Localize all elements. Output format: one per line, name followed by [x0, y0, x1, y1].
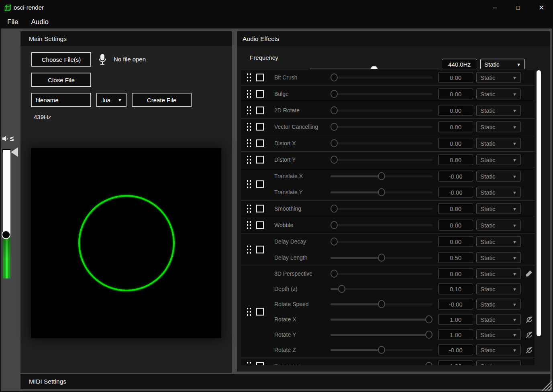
edit-script-pencil-icon[interactable]	[524, 269, 533, 278]
minimize-button[interactable]: –	[483, 0, 506, 15]
effect-slider[interactable]	[331, 123, 433, 131]
effect-mode-dropdown[interactable]: Static▼	[476, 314, 521, 325]
effect-slider[interactable]	[331, 156, 433, 164]
effect-value-box[interactable]: 0.00	[438, 72, 473, 83]
spin-animation-icon[interactable]	[524, 315, 533, 324]
effect-value-box[interactable]: -0.00	[438, 299, 473, 310]
effect-mode-dropdown[interactable]: Static▼	[476, 203, 521, 214]
effect-mode-dropdown[interactable]: Static▼	[476, 236, 521, 247]
effect-value-box[interactable]: 0.00	[438, 220, 473, 231]
effect-slider-thumb[interactable]	[425, 315, 433, 323]
effect-mode-dropdown[interactable]: Static▼	[476, 138, 521, 149]
create-file-button[interactable]: Create File	[132, 93, 192, 107]
extension-dropdown[interactable]: .lua ▼	[96, 93, 127, 107]
filename-input[interactable]: filename	[31, 93, 91, 107]
effect-mode-dropdown[interactable]: Static▼	[476, 220, 521, 231]
menu-file[interactable]: File	[2, 18, 24, 26]
close-file-button[interactable]: Close File	[31, 73, 91, 87]
effect-value-box[interactable]: 1.00	[438, 361, 473, 366]
effect-value-box[interactable]: 0.10	[438, 284, 473, 295]
effect-slider-thumb[interactable]	[425, 331, 433, 339]
effect-slider-thumb[interactable]	[331, 123, 338, 131]
effect-slider[interactable]	[331, 254, 433, 262]
effect-slider[interactable]	[331, 106, 433, 114]
window-resize-grip[interactable]	[540, 379, 552, 391]
effect-slider-thumb[interactable]	[331, 238, 338, 246]
spin-animation-icon[interactable]	[524, 345, 533, 354]
effect-mode-dropdown[interactable]: Static▼	[476, 329, 521, 340]
effect-slider-thumb[interactable]	[331, 90, 338, 98]
effect-slider-thumb[interactable]	[378, 346, 385, 354]
effect-slider-thumb[interactable]	[378, 300, 385, 308]
effect-slider[interactable]	[331, 300, 433, 308]
effect-slider-thumb[interactable]	[338, 285, 345, 293]
effect-slider[interactable]	[331, 139, 433, 147]
effect-slider-thumb[interactable]	[331, 221, 338, 229]
effect-value-box[interactable]: 0.00	[438, 268, 473, 279]
effect-value-box[interactable]: 1.00	[438, 314, 473, 325]
effect-slider-thumb[interactable]	[425, 362, 433, 365]
effect-value-box[interactable]: -0.00	[438, 345, 473, 355]
effect-value-box[interactable]: 0.00	[438, 236, 473, 247]
effect-slider-thumb[interactable]	[378, 172, 385, 180]
effect-mode-dropdown[interactable]: Static▼	[476, 299, 521, 310]
effect-value-box[interactable]: 0.00	[438, 89, 473, 100]
effect-slider[interactable]	[331, 238, 433, 246]
spin-animation-icon[interactable]	[524, 330, 533, 339]
midi-settings-panel[interactable]: MIDI Settings	[20, 374, 550, 389]
effect-slider-thumb[interactable]	[378, 254, 385, 262]
effect-slider[interactable]	[331, 73, 433, 81]
effect-mode-dropdown[interactable]: Static▼	[476, 284, 521, 295]
effect-mode-dropdown[interactable]: Static▼	[476, 122, 521, 132]
choose-files-button[interactable]: Choose File(s)	[31, 52, 91, 67]
effect-slider[interactable]	[331, 362, 433, 365]
effect-slider[interactable]	[331, 188, 433, 196]
effect-mode-dropdown[interactable]: Static▼	[476, 252, 521, 263]
effect-slider-thumb[interactable]	[331, 73, 338, 81]
effect-slider[interactable]	[331, 221, 433, 229]
maximize-button[interactable]: □	[506, 0, 530, 15]
effect-mode-dropdown[interactable]: Static▼	[476, 154, 521, 165]
effect-value-box[interactable]: 0.00	[438, 105, 473, 116]
effect-value-box[interactable]: 0.00	[438, 154, 473, 165]
menu-audio[interactable]: Audio	[25, 18, 54, 26]
effect-mode-dropdown[interactable]: Static▼	[476, 105, 521, 116]
effect-slider-thumb[interactable]	[378, 188, 385, 196]
effect-slider[interactable]	[331, 315, 433, 323]
effect-value-box[interactable]: 1.00	[438, 329, 473, 340]
effect-slider[interactable]	[331, 90, 433, 98]
effect-slider[interactable]	[331, 285, 433, 293]
effect-slider-thumb[interactable]	[331, 156, 338, 164]
frequency-value-box[interactable]: 440.0Hz	[442, 59, 477, 70]
volume-slider-thumb[interactable]	[2, 230, 10, 239]
frequency-mode-dropdown[interactable]: Static ▼	[480, 59, 525, 70]
volume-slider[interactable]	[3, 150, 10, 278]
effect-mode-dropdown[interactable]: Static▼	[476, 89, 521, 100]
midi-settings-header[interactable]: MIDI Settings	[20, 374, 550, 389]
osci-render-window: osci-render – □ ✕ File Audio ≤ Main Sett…	[0, 0, 553, 392]
effect-mode-dropdown[interactable]: Static▼	[476, 361, 521, 366]
effect-mode-dropdown[interactable]: Static▼	[476, 268, 521, 279]
effect-mode-dropdown[interactable]: Static▼	[476, 345, 521, 355]
effect-slider[interactable]	[331, 346, 433, 354]
effect-value-box[interactable]: -0.00	[438, 187, 473, 198]
microphone-icon[interactable]	[98, 54, 107, 65]
effect-mode-dropdown[interactable]: Static▼	[476, 187, 521, 198]
effect-slider-thumb[interactable]	[331, 106, 338, 114]
effect-slider[interactable]	[331, 331, 433, 339]
effect-value-box[interactable]: 0.50	[438, 252, 473, 263]
effect-value-box[interactable]: 0.00	[438, 138, 473, 149]
effect-slider-thumb[interactable]	[331, 139, 338, 147]
effect-value-box[interactable]: 0.00	[438, 122, 473, 132]
effect-slider[interactable]	[331, 172, 433, 180]
effect-slider[interactable]	[331, 270, 433, 278]
effect-value-box[interactable]: 0.00	[438, 203, 473, 214]
effect-mode-dropdown[interactable]: Static▼	[476, 171, 521, 182]
effect-slider-thumb[interactable]	[331, 270, 338, 278]
effect-mode-dropdown[interactable]: Static▼	[476, 72, 521, 83]
effect-slider-thumb[interactable]	[331, 205, 338, 213]
effect-slider[interactable]	[331, 205, 433, 213]
close-button[interactable]: ✕	[530, 0, 553, 15]
effects-scrollbar[interactable]	[537, 70, 541, 336]
effect-value-box[interactable]: -0.00	[438, 171, 473, 182]
